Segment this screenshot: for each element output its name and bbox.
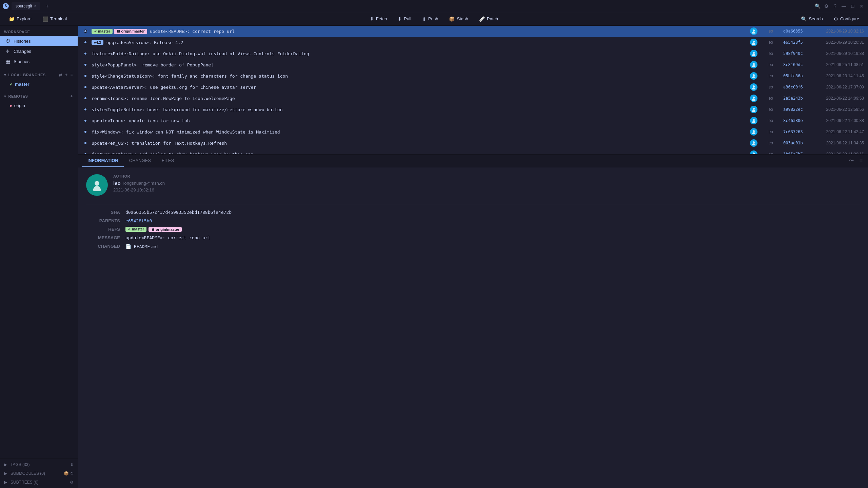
commit-message: feature<FolderDailog>: use Ookii.Dialog.… (92, 51, 747, 56)
branches-toggle-icon: ▾ (4, 73, 6, 77)
tab-close-button[interactable]: × (34, 4, 36, 8)
submodules-expand-icon: ▶ (4, 471, 7, 476)
search-button[interactable]: 🔍 Search (796, 14, 827, 24)
tab-changes[interactable]: CHANGES (124, 155, 156, 167)
author-section-label: AUTHOR (113, 174, 165, 178)
remotes-header[interactable]: ▾ REMOTES + (0, 91, 78, 101)
commit-date: 2021-06-29 10:32:16 (813, 29, 864, 34)
remotes-actions: + (70, 93, 74, 99)
submodules-label: SUBMODULES (0) (11, 471, 45, 476)
commit-author-name: leo (760, 29, 781, 34)
master-branch-item[interactable]: ✓ master (0, 80, 78, 88)
commit-author-name: leo (760, 62, 781, 67)
subtrees-expand-icon: ▶ (4, 480, 7, 485)
commit-graph-dot (82, 41, 89, 44)
commit-message: update<AvatarServer>: use geekzu.org for… (92, 85, 747, 90)
branch-add-icon[interactable]: + (64, 72, 68, 78)
svg-point-14 (753, 108, 755, 110)
maximize-button[interactable]: □ (849, 2, 856, 10)
commit-date: 2021-06-22 12:59:56 (813, 107, 864, 112)
minimize-button[interactable]: — (840, 2, 848, 10)
svg-point-8 (753, 74, 755, 76)
detail-tabs: INFORMATION CHANGES FILES 〜 ≡ (78, 155, 868, 167)
author-email: longshuang@msn.cn (123, 181, 165, 186)
workspace-section: WORKSPACE ⏱ Histories ✈ Changes ▦ Stashe… (0, 26, 78, 68)
commit-tag-badge: 🖥 origin/master (114, 29, 147, 34)
sidebar-item-changes[interactable]: ✈ Changes (0, 46, 78, 56)
terminal-menu-item[interactable]: ⬛ Terminal (38, 14, 72, 24)
search-icon[interactable]: 🔍 (814, 2, 821, 10)
submodules-refresh-icon[interactable]: ↻ (70, 471, 74, 476)
branch-remote-icon[interactable]: ⇄ (58, 72, 63, 78)
detail-grid: SHA d0a66355b57c437d45993352ebd1788b6fe4… (86, 210, 860, 249)
app-icon: S (3, 3, 9, 9)
commit-row[interactable]: v4.2upgrade<Version>: Release 4.2leoe654… (78, 37, 868, 48)
commit-author-name: leo (760, 152, 781, 155)
svg-point-28 (95, 181, 99, 186)
commit-author-avatar (750, 83, 757, 91)
configure-button[interactable]: ⚙ Configure (829, 14, 864, 24)
tab-files[interactable]: FILES (156, 155, 179, 167)
commit-row[interactable]: feature<Hotkeys>: add dialog to show hot… (78, 149, 868, 155)
commit-row[interactable]: update<Icon>: update icon for new tableo… (78, 115, 868, 126)
detail-list-icon[interactable]: ≡ (858, 156, 864, 166)
stash-icon: 📦 (449, 16, 455, 22)
commit-author-avatar (750, 72, 757, 80)
origin-remote-item[interactable]: ● origin (0, 101, 78, 110)
explore-menu-item[interactable]: 📁 Explore (4, 14, 36, 24)
stash-button[interactable]: 📦 Stash (444, 14, 473, 24)
commit-graph-dot (82, 130, 89, 134)
fetch-button[interactable]: ⬇ Fetch (365, 14, 392, 24)
commit-row[interactable]: fix<Window>: fix window can NOT minimize… (78, 126, 868, 138)
sha-label: SHA (86, 210, 120, 215)
detail-panel: INFORMATION CHANGES FILES 〜 ≡ (78, 155, 868, 488)
commit-sha: 598f940c (783, 51, 810, 56)
commit-graph-dot (82, 141, 89, 145)
sidebar-item-stashes[interactable]: ▦ Stashes (0, 56, 78, 66)
submodules-add-icon[interactable]: 📦 (64, 471, 69, 476)
svg-point-0 (753, 29, 755, 32)
master-branch-label: master (15, 82, 29, 87)
svg-point-18 (753, 130, 755, 132)
subtrees-add-icon[interactable]: ⚙ (70, 480, 74, 485)
tab-information[interactable]: INFORMATION (82, 155, 124, 167)
settings-icon[interactable]: ⚙ (823, 2, 830, 10)
commit-author-name: leo (760, 96, 781, 101)
commit-row[interactable]: update<AvatarServer>: use geekzu.org for… (78, 82, 868, 93)
commit-sha: 2a5e243b (783, 96, 810, 101)
new-tab-button[interactable]: + (43, 3, 52, 9)
submodules-item[interactable]: ▶ SUBMODULES (0) 📦 ↻ (0, 469, 78, 478)
patch-button[interactable]: 🩹 Patch (474, 14, 503, 24)
commit-row[interactable]: style<ChangeStatusIcon>: font family and… (78, 70, 868, 82)
pull-button[interactable]: ⬇ Pull (393, 14, 416, 24)
ref-origin-badge: 🖥 origin/master (149, 227, 182, 232)
tags-fetch-icon[interactable]: ⬇ (70, 462, 74, 467)
app-tab[interactable]: sourcegit × (12, 2, 40, 10)
commit-author-name: leo (760, 107, 781, 112)
push-button[interactable]: ⬆ Push (417, 14, 443, 24)
tags-item[interactable]: ▶ TAGS (33) ⬇ (0, 460, 78, 469)
commit-graph-dot (82, 108, 89, 111)
commit-row[interactable]: feature<FolderDailog>: use Ookii.Dialog.… (78, 48, 868, 59)
commit-date: 2021-06-22 11:34:35 (813, 141, 864, 145)
local-branches-header[interactable]: ▾ LOCAL BRANCHES ⇄ + ≡ (0, 70, 78, 80)
commit-author-avatar (750, 50, 757, 57)
commit-row[interactable]: ✓ master🖥 origin/masterupdate<README>: c… (78, 26, 868, 37)
commit-author-avatar (750, 39, 757, 46)
detail-wave-icon[interactable]: 〜 (847, 156, 855, 166)
sidebar: WORKSPACE ⏱ Histories ✈ Changes ▦ Stashe… (0, 26, 78, 488)
help-icon[interactable]: ? (831, 2, 839, 10)
close-button[interactable]: ✕ (858, 2, 865, 10)
parents-value[interactable]: e65428f5b0 (125, 218, 860, 223)
remotes-add-icon[interactable]: + (70, 93, 74, 99)
branch-filter-icon[interactable]: ≡ (70, 72, 74, 78)
sidebar-item-histories[interactable]: ⏱ Histories (0, 36, 78, 46)
commit-row[interactable]: update<en_US>: translation for Text.Hotk… (78, 138, 868, 149)
commit-row[interactable]: style<ToggleButton>: hover background fo… (78, 104, 868, 115)
configure-icon: ⚙ (834, 16, 838, 22)
commit-graph-dot (82, 74, 89, 78)
commit-row[interactable]: style<PopupPanel>: remove border of Popu… (78, 59, 868, 70)
commit-row[interactable]: rename<Icons>: rename Icon.NewPage to Ic… (78, 93, 868, 104)
subtrees-item[interactable]: ▶ SUBTREES (0) ⚙ (0, 478, 78, 487)
fetch-label: Fetch (376, 16, 387, 21)
